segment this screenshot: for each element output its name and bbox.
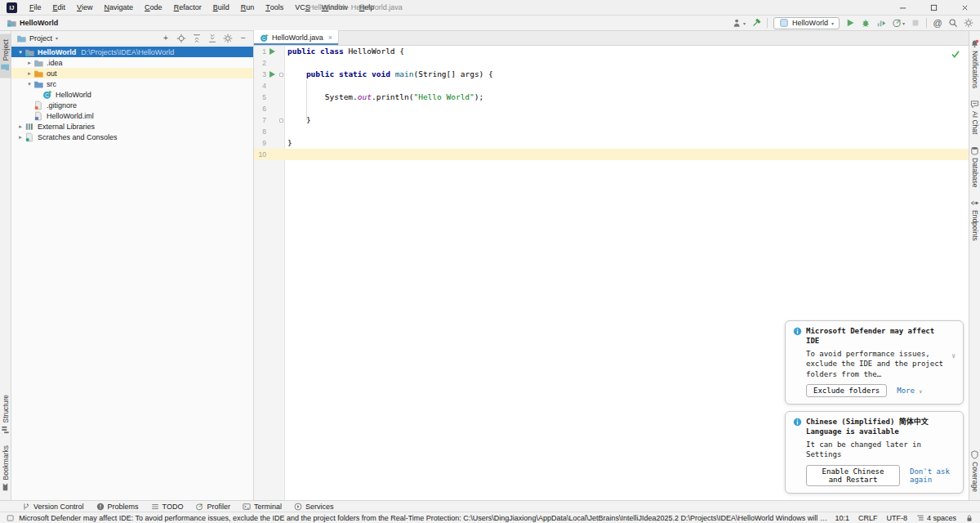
- tool-stripe-ai-chat[interactable]: AI Chat: [969, 94, 980, 140]
- status-indent-style[interactable]: 4 spaces: [916, 514, 956, 522]
- profile-button[interactable]: ▾: [892, 18, 905, 28]
- gutter-fold-column: [277, 92, 285, 103]
- tab-helloworld-java[interactable]: C HelloWorld.java ×: [254, 30, 339, 45]
- tree-item--idea[interactable]: ▸.idea: [11, 57, 253, 68]
- code-line-9[interactable]: 9}: [254, 137, 969, 149]
- run-gutter-icon[interactable]: [268, 69, 277, 80]
- tool-window-button-terminal[interactable]: Terminal: [243, 503, 282, 511]
- chevron-right-icon[interactable]: ▸: [25, 60, 33, 66]
- inspections-ok-icon[interactable]: [951, 49, 960, 59]
- close-tab-icon[interactable]: ×: [328, 34, 332, 42]
- select-opened-file-button[interactable]: [176, 34, 186, 43]
- exclude-folders-button[interactable]: Exclude folders: [806, 384, 887, 397]
- menu-edit[interactable]: Edit: [47, 0, 72, 15]
- code-editor[interactable]: 1public class HelloWorld {23 public stat…: [254, 46, 969, 500]
- tool-stripe-database[interactable]: Database: [969, 141, 980, 193]
- tree-item-external-libraries[interactable]: ▸External Libraries: [11, 121, 253, 132]
- view-options-button[interactable]: [223, 34, 233, 43]
- tree-item-src[interactable]: ▾src: [11, 78, 253, 89]
- tree-item-helloworld[interactable]: CHelloWorld: [11, 89, 253, 100]
- run-gutter-icon[interactable]: [268, 46, 277, 57]
- status-read-only-toggle[interactable]: [965, 514, 973, 522]
- fold-marker-icon[interactable]: [277, 114, 285, 126]
- tool-stripe-notifications[interactable]: Notifications: [969, 34, 980, 94]
- tab-label: HelloWorld.java: [272, 34, 323, 42]
- line-number: 5: [254, 92, 268, 103]
- idea-window: IJ FileEditViewNavigateCodeRefactorBuild…: [0, 0, 980, 523]
- status-caret-position[interactable]: 10:1: [835, 514, 849, 522]
- menu-file[interactable]: File: [24, 0, 47, 15]
- run-config-label: HelloWorld: [792, 19, 828, 27]
- tool-stripe-project[interactable]: Project: [0, 34, 11, 78]
- tool-window-button-profiler[interactable]: Profiler: [195, 503, 230, 511]
- project-widget[interactable]: HelloWorld: [7, 18, 58, 28]
- add-button[interactable]: +: [161, 34, 171, 43]
- tree-item-out[interactable]: ▸out: [11, 68, 253, 78]
- menu-tools[interactable]: Tools: [260, 0, 289, 15]
- tool-stripe-structure[interactable]: Structure: [0, 389, 11, 440]
- search-everywhere-button[interactable]: [948, 18, 958, 28]
- maximize-button[interactable]: [918, 0, 949, 15]
- menu-refactor[interactable]: Refactor: [168, 0, 207, 15]
- hide-panel-button[interactable]: −: [238, 34, 248, 43]
- tool-stripe-label: Endpoints: [971, 210, 979, 241]
- debug-button[interactable]: [861, 18, 871, 28]
- stop-button[interactable]: [911, 18, 920, 28]
- tree-item-helloworld[interactable]: ▾HelloWorldD:\Projects\IDEA\HelloWorld: [11, 47, 253, 57]
- code-line-5[interactable]: 5 System.out.println("Hello World");: [254, 92, 969, 103]
- tree-item-scratches-and-consoles[interactable]: ▸Scratches and Consoles: [11, 132, 253, 142]
- code-line-6[interactable]: 6: [254, 103, 969, 114]
- mentions-button[interactable]: @: [933, 18, 942, 28]
- code-line-8[interactable]: 8: [254, 126, 969, 137]
- coverage-icon: [876, 18, 886, 28]
- tool-window-button-problems[interactable]: Problems: [96, 503, 139, 511]
- code-line-10[interactable]: 10: [254, 149, 969, 160]
- user-profile-button[interactable]: ▾: [733, 18, 746, 28]
- enable-chinese-button[interactable]: Enable Chinese and Restart: [806, 465, 900, 486]
- chevron-right-icon[interactable]: ▸: [25, 70, 33, 77]
- menu-build[interactable]: Build: [207, 0, 235, 15]
- chevron-down-icon[interactable]: ▾: [16, 49, 24, 56]
- chevron-down-icon[interactable]: ▾: [25, 81, 33, 87]
- tree-item-helloworld-iml[interactable]: HelloWorld.iml: [11, 110, 253, 121]
- collapse-notification-icon[interactable]: ∨: [951, 352, 956, 360]
- minimize-button[interactable]: [887, 0, 918, 15]
- chevron-right-icon[interactable]: ▸: [16, 134, 24, 141]
- code-line-3[interactable]: 3 public static void main(String[] args)…: [254, 69, 969, 80]
- chevron-right-icon[interactable]: ▸: [16, 123, 24, 130]
- status-message[interactable]: Microsoft Defender may affect IDE: To av…: [7, 514, 830, 522]
- status-file-encoding[interactable]: UTF-8: [886, 514, 907, 522]
- tool-window-button-todo[interactable]: TODO: [151, 503, 184, 511]
- close-button[interactable]: [949, 0, 980, 15]
- project-panel-title[interactable]: Project: [29, 34, 52, 42]
- settings-button[interactable]: [964, 18, 973, 28]
- code-line-2[interactable]: 2: [254, 57, 969, 69]
- tool-window-button-version-control[interactable]: Version Control: [22, 503, 84, 511]
- line-number: 4: [254, 80, 268, 92]
- tool-window-button-services[interactable]: Services: [294, 503, 334, 511]
- menu-navigate[interactable]: Navigate: [99, 0, 140, 15]
- status-line-separator[interactable]: CRLF: [858, 514, 878, 522]
- more-link[interactable]: More ∨: [897, 387, 922, 395]
- build-project-button[interactable]: [751, 18, 761, 28]
- fold-marker-icon[interactable]: [277, 69, 285, 80]
- gutter-fold-column: [277, 57, 285, 69]
- notification-title: Chinese (Simplified) 简体中文 Language is av…: [806, 418, 947, 436]
- run-button[interactable]: [845, 18, 855, 28]
- gutter-run-column: [268, 103, 277, 114]
- run-with-coverage-button[interactable]: [876, 18, 886, 28]
- tool-stripe-bookmarks[interactable]: Bookmarks: [0, 440, 11, 498]
- tool-stripe-endpoints[interactable]: Endpoints: [969, 193, 980, 247]
- tool-stripe-coverage[interactable]: Coverage: [969, 445, 980, 498]
- code-line-1[interactable]: 1public class HelloWorld {: [254, 46, 969, 57]
- code-line-7[interactable]: 7 }: [254, 114, 969, 126]
- code-line-4[interactable]: 4: [254, 80, 969, 92]
- tree-item--gitignore[interactable]: .gitignore: [11, 100, 253, 110]
- expand-all-button[interactable]: [192, 34, 202, 43]
- menu-view[interactable]: View: [71, 0, 99, 15]
- menu-run[interactable]: Run: [235, 0, 261, 15]
- collapse-all-button[interactable]: [207, 34, 217, 43]
- dont-ask-again-link[interactable]: Don't ask again: [910, 467, 956, 484]
- run-config-combo[interactable]: HelloWorld▾: [773, 17, 840, 29]
- menu-code[interactable]: Code: [139, 0, 168, 15]
